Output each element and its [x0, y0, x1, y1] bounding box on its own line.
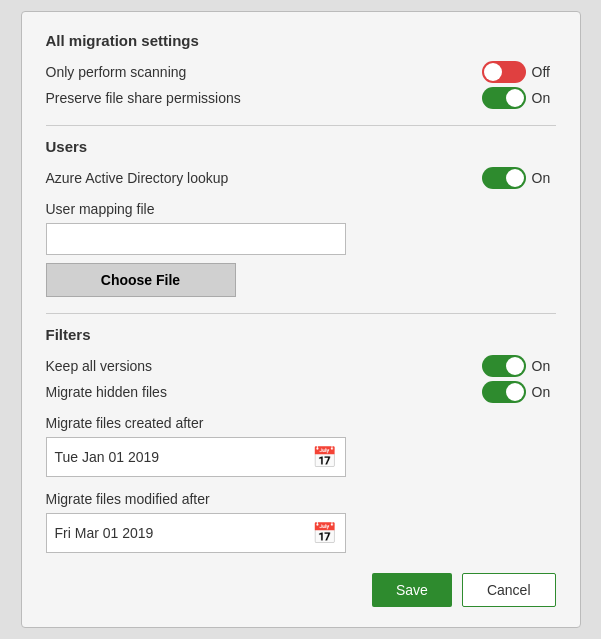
keep-all-versions-label: Keep all versions: [46, 358, 153, 374]
only-perform-scanning-status: Off: [532, 64, 556, 80]
modified-after-date-input[interactable]: Fri Mar 01 2019 📅: [46, 513, 346, 553]
keep-all-versions-status: On: [532, 358, 556, 374]
only-perform-scanning-label: Only perform scanning: [46, 64, 187, 80]
azure-lookup-toggle[interactable]: [482, 167, 526, 189]
choose-file-button[interactable]: Choose File: [46, 263, 236, 297]
migrate-hidden-files-row: Migrate hidden files On: [46, 381, 556, 403]
modified-after-label: Migrate files modified after: [46, 491, 556, 507]
preserve-permissions-row: Preserve file share permissions On: [46, 87, 556, 109]
migration-settings-dialog: All migration settings Only perform scan…: [21, 11, 581, 628]
migrate-hidden-files-status: On: [532, 384, 556, 400]
azure-lookup-label: Azure Active Directory lookup: [46, 170, 229, 186]
migrate-hidden-files-toggle-group: On: [482, 381, 556, 403]
migrate-hidden-files-label: Migrate hidden files: [46, 384, 167, 400]
migrate-hidden-files-toggle[interactable]: [482, 381, 526, 403]
modified-after-date-value: Fri Mar 01 2019: [55, 525, 312, 541]
migration-section: All migration settings Only perform scan…: [46, 32, 556, 109]
migration-section-title: All migration settings: [46, 32, 556, 49]
user-mapping-subsection: User mapping file Choose File: [46, 201, 556, 297]
save-button[interactable]: Save: [372, 573, 452, 607]
azure-lookup-status: On: [532, 170, 556, 186]
preserve-permissions-toggle[interactable]: [482, 87, 526, 109]
divider-2: [46, 313, 556, 314]
keep-all-versions-toggle-group: On: [482, 355, 556, 377]
keep-all-versions-row: Keep all versions On: [46, 355, 556, 377]
user-mapping-label: User mapping file: [46, 201, 556, 217]
filters-section-title: Filters: [46, 326, 556, 343]
cancel-button[interactable]: Cancel: [462, 573, 556, 607]
only-perform-scanning-toggle-group: Off: [482, 61, 556, 83]
created-after-date-input[interactable]: Tue Jan 01 2019 📅: [46, 437, 346, 477]
preserve-permissions-label: Preserve file share permissions: [46, 90, 241, 106]
filters-section: Filters Keep all versions On Migrate hid…: [46, 326, 556, 553]
only-perform-scanning-toggle[interactable]: [482, 61, 526, 83]
modified-after-subsection: Migrate files modified after Fri Mar 01 …: [46, 491, 556, 553]
azure-lookup-row: Azure Active Directory lookup On: [46, 167, 556, 189]
footer-buttons: Save Cancel: [46, 573, 556, 607]
modified-after-calendar-icon[interactable]: 📅: [312, 521, 337, 545]
users-section-title: Users: [46, 138, 556, 155]
preserve-permissions-toggle-group: On: [482, 87, 556, 109]
created-after-date-value: Tue Jan 01 2019: [55, 449, 312, 465]
created-after-calendar-icon[interactable]: 📅: [312, 445, 337, 469]
preserve-permissions-status: On: [532, 90, 556, 106]
user-mapping-input[interactable]: [46, 223, 346, 255]
created-after-subsection: Migrate files created after Tue Jan 01 2…: [46, 415, 556, 477]
azure-lookup-toggle-group: On: [482, 167, 556, 189]
keep-all-versions-toggle[interactable]: [482, 355, 526, 377]
users-section: Users Azure Active Directory lookup On U…: [46, 138, 556, 297]
only-perform-scanning-row: Only perform scanning Off: [46, 61, 556, 83]
divider-1: [46, 125, 556, 126]
created-after-label: Migrate files created after: [46, 415, 556, 431]
